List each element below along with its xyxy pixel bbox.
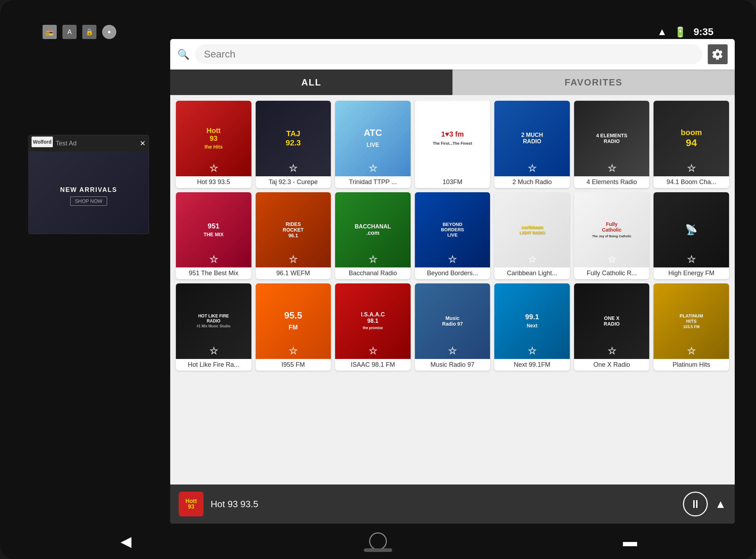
station-951[interactable]: 951THE MIX ☆ 951 The Best Mix bbox=[176, 192, 251, 280]
station-taj[interactable]: TAJ92.3 ☆ Taj 92.3 - Curepe bbox=[256, 101, 331, 188]
radio-grid: Hott93the Hits ☆ Hot 93 93.5 TAJ92.3 ☆ T… bbox=[170, 95, 735, 485]
station-bacchanal[interactable]: BACCHANAL.com ☆ Bacchanal Radio bbox=[335, 192, 411, 280]
favorite-star[interactable]: ☆ bbox=[448, 254, 457, 265]
ad-header: Wolford Test Ad ✕ bbox=[29, 135, 149, 151]
station-logo: PLATINUMHITS103.5 FM ☆ bbox=[654, 283, 729, 359]
expand-button[interactable]: ▲ bbox=[715, 498, 726, 511]
station-logo: FullyCatholicThe Joy of Being Catholic ☆ bbox=[574, 192, 650, 268]
station-boom94[interactable]: boom94 ☆ 94.1 Boom Cha... bbox=[654, 101, 729, 188]
favorite-star[interactable]: ☆ bbox=[289, 345, 298, 357]
ad-headline: NEW ARRIVALS bbox=[60, 186, 117, 194]
station-103fm[interactable]: 1♥3 fmThe First...The Finest ☆ 103FM bbox=[415, 101, 490, 188]
favorite-star[interactable]: ☆ bbox=[368, 254, 377, 265]
favorite-star[interactable]: ☆ bbox=[528, 254, 537, 265]
station-name: Bacchanal Radio bbox=[335, 267, 411, 279]
tab-favorites[interactable]: FAVORITES bbox=[452, 70, 735, 95]
search-icon: 🔍 bbox=[177, 49, 190, 60]
station-hotlikefire[interactable]: HOT LIKE FIRERADIO#1 Mix Music Studio ☆ … bbox=[176, 283, 251, 371]
station-logo: RIDESROCKET96.1 ☆ bbox=[256, 192, 331, 268]
recent-button[interactable]: ▬ bbox=[616, 527, 644, 555]
station-logo: 99.1Next ☆ bbox=[494, 283, 570, 359]
favorite-star[interactable]: ☆ bbox=[368, 162, 377, 174]
station-logo: HOT LIKE FIRERADIO#1 Mix Music Studio ☆ bbox=[176, 283, 251, 359]
back-icon: ◀ bbox=[121, 533, 132, 549]
lock-icon: 🔒 bbox=[82, 25, 96, 39]
settings-button[interactable] bbox=[708, 44, 728, 64]
favorite-star[interactable]: ☆ bbox=[607, 345, 616, 357]
station-4elements[interactable]: 4 ELEMENTSRADIO ☆ 4 Elements Radio bbox=[574, 101, 650, 188]
favorite-star[interactable]: ☆ bbox=[368, 345, 377, 357]
station-name: 96.1 WEFM bbox=[256, 267, 331, 279]
station-fully[interactable]: FullyCatholicThe Joy of Being Catholic ☆… bbox=[574, 192, 650, 280]
favorite-star[interactable]: ☆ bbox=[687, 254, 696, 265]
station-name: 94.1 Boom Cha... bbox=[654, 176, 729, 188]
favorite-star[interactable]: ☆ bbox=[209, 345, 218, 357]
station-platinum[interactable]: PLATINUMHITS103.5 FM ☆ Platinum Hits bbox=[654, 283, 729, 371]
station-next991[interactable]: 99.1Next ☆ Next 99.1FM bbox=[494, 283, 570, 371]
device-frame: 📻 A 🔒 ● ▲ 🔋 9:35 🔍 ALL bbox=[0, 0, 756, 559]
station-logo: TAJ92.3 ☆ bbox=[256, 101, 331, 176]
expand-icon: ▲ bbox=[715, 498, 726, 510]
home-indicator bbox=[364, 548, 392, 552]
station-name: Fully Catholic R... bbox=[574, 267, 650, 279]
ad-cta[interactable]: SHOP NOW bbox=[70, 197, 107, 206]
station-logo: 📡 ☆ bbox=[654, 192, 729, 268]
pause-icon: ⏸ bbox=[690, 498, 701, 511]
station-logo: BACCHANAL.com ☆ bbox=[335, 192, 411, 268]
station-hot93[interactable]: Hott93the Hits ☆ Hot 93 93.5 bbox=[176, 101, 251, 188]
search-input[interactable] bbox=[195, 44, 702, 64]
favorite-star[interactable]: ☆ bbox=[687, 345, 696, 357]
favorite-star[interactable]: ☆ bbox=[289, 162, 298, 174]
station-highenergy[interactable]: 📡 ☆ High Energy FM bbox=[654, 192, 729, 280]
player-station-name: Hot 93 93.5 bbox=[211, 499, 676, 510]
favorite-star[interactable]: ☆ bbox=[607, 162, 616, 174]
station-logo: 2 MUCHRADIO ☆ bbox=[494, 101, 570, 176]
favorite-star[interactable]: ☆ bbox=[448, 162, 457, 174]
gear-icon bbox=[712, 49, 723, 60]
station-961[interactable]: RIDESROCKET96.1 ☆ 96.1 WEFM bbox=[256, 192, 331, 280]
ad-close-button[interactable]: ✕ bbox=[140, 139, 146, 148]
nav-bar: ◀ ▬ bbox=[0, 524, 756, 559]
station-name: 103FM bbox=[415, 176, 490, 188]
favorite-star[interactable]: ☆ bbox=[209, 162, 218, 174]
station-logo: MusicRadio 97 ☆ bbox=[415, 283, 490, 359]
favorite-star[interactable]: ☆ bbox=[448, 345, 457, 357]
station-2much[interactable]: 2 MUCHRADIO ☆ 2 Much Radio bbox=[494, 101, 570, 188]
station-logo: caribbeanLIGHT RADIO ☆ bbox=[494, 192, 570, 268]
station-name: I955 FM bbox=[256, 359, 331, 371]
station-isaac[interactable]: I.S.A.A.C98.1the promise ☆ ISAAC 98.1 FM bbox=[335, 283, 411, 371]
station-logo: ATCLIVE ☆ bbox=[335, 101, 411, 176]
pause-button[interactable]: ⏸ bbox=[683, 492, 708, 516]
player-station-logo: Hott93 bbox=[179, 492, 204, 516]
station-name: Beyond Borders... bbox=[415, 267, 490, 279]
favorite-star[interactable]: ☆ bbox=[528, 345, 537, 357]
recent-icon: ▬ bbox=[623, 533, 637, 549]
wifi-icon: ▲ bbox=[657, 26, 667, 38]
back-button[interactable]: ◀ bbox=[112, 527, 140, 555]
station-beyond[interactable]: BEYONDBORDERSLIVE ☆ Beyond Borders... bbox=[415, 192, 490, 280]
station-logo: BEYONDBORDERSLIVE ☆ bbox=[415, 192, 490, 268]
station-name: Platinum Hits bbox=[654, 359, 729, 371]
main-content: 🔍 ALL FAVORITES Hott93the Hits bbox=[170, 39, 735, 524]
station-musicradio[interactable]: MusicRadio 97 ☆ Music Radio 97 bbox=[415, 283, 490, 371]
station-i955[interactable]: 95.5FM ☆ I955 FM bbox=[256, 283, 331, 371]
favorite-star[interactable]: ☆ bbox=[209, 254, 218, 265]
favorite-star[interactable]: ☆ bbox=[289, 254, 298, 265]
station-name: Hot Like Fire Ra... bbox=[176, 359, 251, 371]
tab-all[interactable]: ALL bbox=[170, 70, 452, 95]
station-logo: 1♥3 fmThe First...The Finest ☆ bbox=[415, 101, 490, 176]
ad-panel: Wolford Test Ad ✕ NEW ARRIVALS SHOP NOW bbox=[28, 135, 149, 234]
station-logo: 95.5FM ☆ bbox=[256, 283, 331, 359]
favorite-star[interactable]: ☆ bbox=[528, 162, 537, 174]
favorite-star[interactable]: ☆ bbox=[687, 162, 696, 174]
favorite-star[interactable]: ☆ bbox=[607, 254, 616, 265]
station-atc[interactable]: ATCLIVE ☆ Trinidad TTPP ... bbox=[335, 101, 411, 188]
station-name: Hot 93 93.5 bbox=[176, 176, 251, 188]
search-bar: 🔍 bbox=[170, 39, 735, 70]
ad-store-logo: Wolford bbox=[32, 137, 53, 147]
station-logo: ONE XRADIO ☆ bbox=[574, 283, 650, 359]
station-logo: 951THE MIX ☆ bbox=[176, 192, 251, 268]
station-name: Trinidad TTPP ... bbox=[335, 176, 411, 188]
station-onex[interactable]: ONE XRADIO ☆ One X Radio bbox=[574, 283, 650, 371]
station-caribbean[interactable]: caribbeanLIGHT RADIO ☆ Caribbean Light..… bbox=[494, 192, 570, 280]
